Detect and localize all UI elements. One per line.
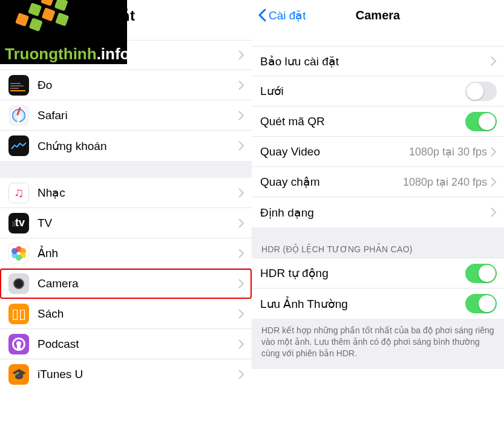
chevron-left-icon (258, 8, 266, 22)
chevron-right-icon (238, 339, 244, 349)
settings-item-tv[interactable]: tv TV (0, 208, 252, 238)
itunesu-icon: 🎓 (8, 364, 29, 385)
music-icon: ♫ (8, 183, 29, 203)
stocks-icon (8, 135, 29, 156)
row-label: Quay chậm (260, 175, 403, 189)
row-value: 1080p tại 30 fps (409, 145, 487, 158)
navbar: Cài đặt Camera (252, 0, 504, 30)
podcast-icon (8, 334, 29, 354)
tv-icon: tv (8, 213, 29, 233)
settings-item-label: Nhạc (38, 186, 238, 200)
chevron-right-icon (491, 177, 497, 187)
settings-item-label: iTunes U (38, 368, 238, 381)
settings-item-label: Safari (38, 109, 238, 122)
camera-icon (8, 273, 29, 294)
chevron-right-icon (491, 147, 497, 157)
row-label: Lưới (260, 84, 465, 98)
row-label: HDR tự động (260, 266, 465, 280)
settings-item-label: Sách (38, 307, 238, 321)
chevron-right-icon (238, 279, 244, 289)
back-button[interactable]: Cài đặt (258, 8, 306, 22)
row-slowmo[interactable]: Quay chậm 1080p tại 240 fps (252, 167, 504, 197)
safari-icon (8, 105, 29, 126)
chevron-right-icon (238, 111, 244, 120)
settings-pane: Truongthinh.info ặt Đo Safari Chứng khoá… (0, 0, 252, 421)
chevron-right-icon (238, 80, 244, 90)
row-label: Quét mã QR (260, 115, 465, 128)
chevron-right-icon (238, 141, 244, 151)
row-format[interactable]: Định dạng (252, 197, 504, 227)
hdr-auto-switch[interactable] (465, 264, 497, 283)
row-qr: Quét mã QR (252, 106, 504, 137)
row-hdr-auto: HDR tự động (252, 258, 504, 289)
row-label: Quay Video (260, 145, 409, 158)
settings-item-label: TV (38, 217, 238, 230)
brand-logo: Truongthinh.info (0, 0, 127, 64)
hdr-keep-switch[interactable] (465, 294, 497, 313)
settings-item-label: Đo (38, 79, 238, 92)
photos-icon (8, 243, 29, 264)
settings-item-safari[interactable]: Safari (0, 100, 252, 131)
row-label: Định dạng (260, 206, 491, 220)
settings-item-measure[interactable]: Đo (0, 70, 252, 100)
chevron-right-icon (238, 50, 244, 60)
chevron-right-icon (238, 309, 244, 319)
section-header-hdr: HDR (ĐỘ LỆCH TƯƠNG PHẢN CAO) (252, 227, 504, 258)
measure-icon (8, 75, 29, 96)
settings-item-podcast[interactable]: Podcast (0, 329, 252, 359)
hdr-footer-note: HDR kết hợp những phần tốt nhất của ba đ… (252, 319, 504, 369)
back-label: Cài đặt (269, 8, 306, 22)
settings-item-itunesu[interactable]: 🎓 iTunes U (0, 359, 252, 390)
chevron-right-icon (491, 56, 497, 66)
row-preserve-settings[interactable]: Bảo lưu cài đặt (252, 46, 504, 76)
settings-item-photos[interactable]: Ảnh (0, 238, 252, 269)
qr-switch[interactable] (465, 112, 497, 131)
row-label: Bảo lưu cài đặt (260, 54, 491, 68)
row-record-video[interactable]: Quay Video 1080p tại 30 fps (252, 137, 504, 167)
grid-switch[interactable] (465, 82, 497, 101)
chevron-right-icon (238, 188, 244, 198)
chevron-right-icon (491, 207, 497, 217)
settings-item-books[interactable]: ▯▯ Sách (0, 299, 252, 329)
settings-item-music[interactable]: ♫ Nhạc (0, 178, 252, 208)
chevron-right-icon (238, 218, 244, 228)
row-grid: Lưới (252, 76, 504, 106)
settings-item-stocks[interactable]: Chứng khoán (0, 131, 252, 161)
chevron-right-icon (238, 249, 244, 258)
settings-item-camera[interactable]: Camera (0, 269, 252, 299)
row-hdr-keep: Lưu Ảnh Thường (252, 289, 504, 319)
chevron-right-icon (238, 370, 244, 379)
books-icon: ▯▯ (8, 304, 29, 324)
row-label: Lưu Ảnh Thường (260, 297, 465, 311)
row-value: 1080p tại 240 fps (403, 175, 487, 189)
settings-item-label: Camera (38, 277, 238, 290)
settings-item-label: Podcast (38, 338, 238, 351)
group-gap (0, 161, 252, 178)
settings-item-label: Ảnh (38, 246, 238, 260)
camera-settings-pane: Cài đặt Camera Bảo lưu cài đặt Lưới Quét… (252, 0, 504, 421)
settings-item-label: Chứng khoán (38, 139, 238, 153)
